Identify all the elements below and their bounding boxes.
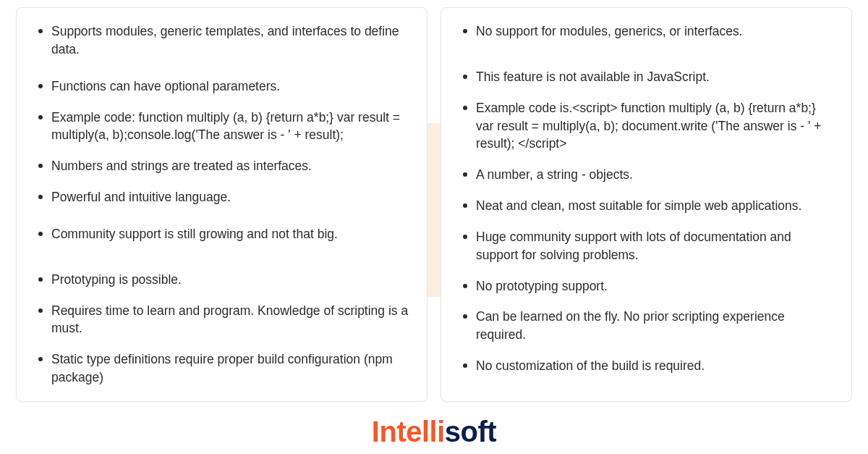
left-comparison-card: Supports modules, generic templates, and… (16, 7, 427, 402)
list-item: Huge community support with lots of docu… (459, 228, 834, 264)
list-item: A number, a string - objects. (459, 166, 834, 184)
list-item: This feature is not available in JavaScr… (459, 68, 834, 86)
left-list: Supports modules, generic templates, and… (34, 22, 409, 387)
list-item: Requires time to learn and program. Know… (34, 302, 409, 338)
list-item: No prototyping support. (459, 277, 834, 295)
intellisoft-logo: Intellisoft (372, 416, 496, 448)
list-item: Neat and clean, most suitable for simple… (459, 197, 834, 215)
list-item: No support for modules, generics, or int… (459, 22, 834, 41)
list-item: Static type definitions require proper b… (34, 350, 409, 387)
list-item: Powerful and intuitive language. (34, 188, 409, 206)
list-item: Example code is.<script> function multip… (459, 99, 834, 154)
logo-part-2: soft (445, 416, 496, 447)
list-item: Community support is still growing and n… (34, 225, 409, 243)
list-item: Numbers and strings are treated as inter… (34, 157, 409, 175)
list-item: Prototyping is possible. (34, 271, 409, 289)
right-comparison-card: No support for modules, generics, or int… (441, 7, 852, 402)
list-item: Can be learned on the fly. No prior scri… (459, 308, 834, 344)
right-list: No support for modules, generics, or int… (459, 22, 834, 375)
list-item: Supports modules, generic templates, and… (34, 22, 409, 59)
comparison-container: Supports modules, generic templates, and… (0, 0, 868, 402)
list-item: No customization of the build is require… (459, 357, 834, 375)
list-item: Example code: function multiply (a, b) {… (34, 109, 409, 145)
list-item: Functions can have optional parameters. (34, 77, 409, 96)
logo-part-1: Intelli (372, 416, 445, 447)
